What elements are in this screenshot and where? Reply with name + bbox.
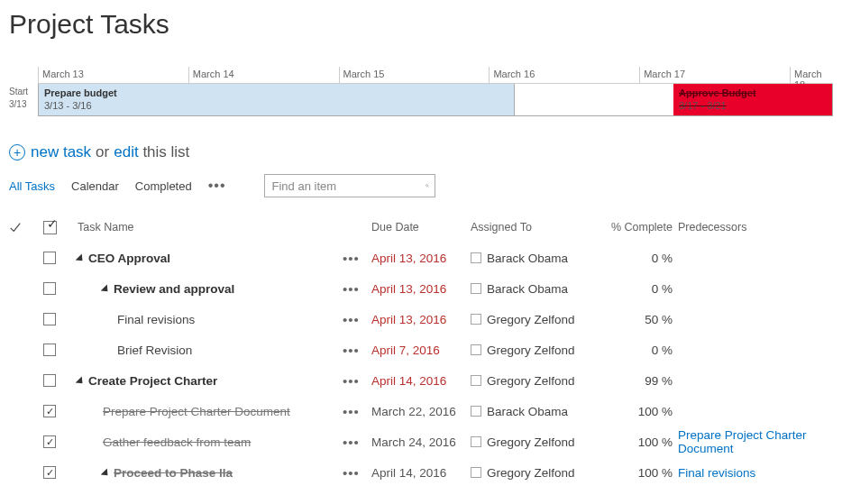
search-box[interactable] bbox=[264, 174, 435, 197]
due-date: April 14, 2016 bbox=[371, 374, 471, 388]
col-predecessors[interactable]: Predecessors bbox=[678, 221, 842, 234]
plus-icon[interactable]: + bbox=[9, 144, 25, 160]
expand-caret-icon[interactable] bbox=[101, 468, 111, 478]
check-icon bbox=[9, 221, 22, 234]
views-row: All Tasks Calendar Completed ••• bbox=[9, 174, 833, 197]
person-checkbox[interactable] bbox=[471, 406, 481, 417]
assigned-to[interactable]: Barack Obama bbox=[471, 405, 597, 418]
svg-line-1 bbox=[427, 187, 428, 188]
col-due-date[interactable]: Due Date bbox=[371, 221, 471, 234]
view-all-tasks[interactable]: All Tasks bbox=[9, 179, 55, 193]
row-menu-icon[interactable]: ••• bbox=[343, 344, 371, 357]
task-checkbox[interactable] bbox=[43, 252, 56, 264]
col-task-name[interactable]: Task Name bbox=[63, 221, 343, 234]
task-checkbox[interactable] bbox=[43, 282, 56, 295]
person-checkbox[interactable] bbox=[471, 252, 481, 263]
expand-caret-icon[interactable] bbox=[76, 376, 86, 386]
views-more-icon[interactable]: ••• bbox=[208, 179, 226, 193]
table-row[interactable]: CEO Approval•••April 13, 2016Barack Obam… bbox=[9, 243, 833, 273]
row-menu-icon[interactable]: ••• bbox=[343, 252, 371, 265]
task-name[interactable]: Final revisions bbox=[63, 313, 343, 326]
select-all-header[interactable] bbox=[9, 221, 36, 234]
row-menu-icon[interactable]: ••• bbox=[343, 282, 371, 296]
col-percent-complete[interactable]: % Complete bbox=[597, 221, 678, 234]
timeline-bar-approve-budget[interactable]: Approve Budget 3/17 - 3/21 bbox=[673, 84, 832, 115]
person-checkbox[interactable] bbox=[471, 375, 481, 386]
table-row[interactable]: Create Project Charter•••April 14, 2016G… bbox=[9, 365, 833, 396]
task-name[interactable]: Brief Revision bbox=[63, 344, 343, 357]
percent-complete: 0 % bbox=[597, 282, 678, 296]
col-assigned-to[interactable]: Assigned To bbox=[471, 221, 597, 234]
task-table: Task Name Due Date Assigned To % Complet… bbox=[9, 212, 833, 488]
svg-point-0 bbox=[426, 185, 427, 187]
search-input[interactable] bbox=[270, 179, 426, 194]
search-icon[interactable] bbox=[426, 179, 429, 192]
view-completed[interactable]: Completed bbox=[135, 179, 192, 193]
task-name[interactable]: Prepare Project Charter Document bbox=[63, 405, 343, 418]
table-row[interactable]: ✓Gather feedback from team•••March 24, 2… bbox=[9, 426, 833, 457]
percent-complete: 0 % bbox=[597, 344, 678, 357]
percent-complete: 100 % bbox=[597, 435, 678, 449]
percent-complete: 0 % bbox=[597, 252, 678, 265]
person-checkbox[interactable] bbox=[471, 344, 481, 355]
person-checkbox[interactable] bbox=[471, 283, 481, 294]
percent-complete: 99 % bbox=[597, 374, 678, 388]
row-menu-icon[interactable]: ••• bbox=[343, 374, 371, 388]
assigned-to[interactable]: Gregory Zelfond bbox=[471, 435, 597, 449]
assigned-to[interactable]: Gregory Zelfond bbox=[471, 344, 597, 357]
task-name[interactable]: CEO Approval bbox=[63, 252, 343, 265]
assigned-to[interactable]: Barack Obama bbox=[471, 282, 597, 296]
this-list-text: this list bbox=[142, 143, 189, 161]
due-date: March 22, 2016 bbox=[371, 405, 471, 418]
timeline-bar-prepare-budget[interactable]: Prepare budget 3/13 - 3/16 bbox=[39, 84, 515, 115]
table-row[interactable]: Review and approval•••April 13, 2016Bara… bbox=[9, 273, 833, 304]
task-name[interactable]: Gather feedback from team bbox=[63, 435, 343, 449]
task-checkbox[interactable]: ✓ bbox=[43, 466, 56, 479]
due-date: April 13, 2016 bbox=[371, 313, 471, 326]
timeline-tick: March 15 bbox=[339, 67, 490, 83]
row-menu-icon[interactable]: ••• bbox=[343, 405, 371, 418]
timeline-tick: March 16 bbox=[489, 67, 639, 83]
due-date: April 7, 2016 bbox=[371, 344, 471, 357]
task-checkbox[interactable] bbox=[43, 344, 56, 356]
task-checkbox[interactable] bbox=[43, 313, 56, 325]
task-name[interactable]: Create Project Charter bbox=[63, 374, 343, 388]
row-menu-icon[interactable]: ••• bbox=[343, 313, 371, 326]
expand-caret-icon[interactable] bbox=[101, 284, 111, 294]
new-task-link[interactable]: new task bbox=[31, 143, 91, 161]
percent-complete: 50 % bbox=[597, 313, 678, 326]
timeline-tick: March 18 bbox=[790, 67, 833, 83]
task-checkbox[interactable]: ✓ bbox=[43, 435, 56, 448]
due-date: March 24, 2016 bbox=[371, 435, 471, 449]
table-row[interactable]: ✓Prepare Project Charter Document•••Marc… bbox=[9, 396, 833, 426]
view-calendar[interactable]: Calendar bbox=[71, 179, 119, 193]
assigned-to[interactable]: Gregory Zelfond bbox=[471, 313, 597, 326]
table-row[interactable]: ✓Proceed to Phase IIa•••April 14, 2016Gr… bbox=[9, 457, 833, 488]
completed-column-header[interactable] bbox=[36, 221, 63, 234]
due-date: April 14, 2016 bbox=[371, 466, 471, 480]
row-menu-icon[interactable]: ••• bbox=[343, 466, 371, 480]
timeline-scale: March 13 March 14 March 15 March 16 Marc… bbox=[38, 67, 833, 84]
task-checkbox[interactable] bbox=[43, 374, 56, 387]
timeline: March 13 March 14 March 15 March 16 Marc… bbox=[9, 67, 833, 116]
task-name[interactable]: Proceed to Phase IIa bbox=[63, 466, 343, 480]
assigned-to[interactable]: Gregory Zelfond bbox=[471, 374, 597, 388]
task-checkbox[interactable]: ✓ bbox=[43, 405, 56, 417]
table-header: Task Name Due Date Assigned To % Complet… bbox=[9, 212, 833, 243]
person-checkbox[interactable] bbox=[471, 314, 481, 325]
assigned-to[interactable]: Barack Obama bbox=[471, 252, 597, 265]
assigned-to[interactable]: Gregory Zelfond bbox=[471, 466, 597, 480]
predecessor-link[interactable]: Final revisions bbox=[678, 466, 842, 480]
person-checkbox[interactable] bbox=[471, 467, 481, 478]
table-row[interactable]: Brief Revision•••April 7, 2016Gregory Ze… bbox=[9, 334, 833, 365]
checkbox-check-icon bbox=[43, 221, 57, 234]
person-checkbox[interactable] bbox=[471, 436, 481, 447]
due-date: April 13, 2016 bbox=[371, 252, 471, 265]
predecessor-link[interactable]: Prepare Project Charter Document bbox=[678, 428, 842, 455]
table-row[interactable]: Final revisions•••April 13, 2016Gregory … bbox=[9, 304, 833, 334]
expand-caret-icon[interactable] bbox=[76, 253, 86, 263]
timeline-tick: March 13 bbox=[38, 67, 188, 83]
row-menu-icon[interactable]: ••• bbox=[343, 435, 371, 449]
task-name[interactable]: Review and approval bbox=[63, 282, 343, 296]
edit-link[interactable]: edit bbox=[114, 143, 138, 161]
